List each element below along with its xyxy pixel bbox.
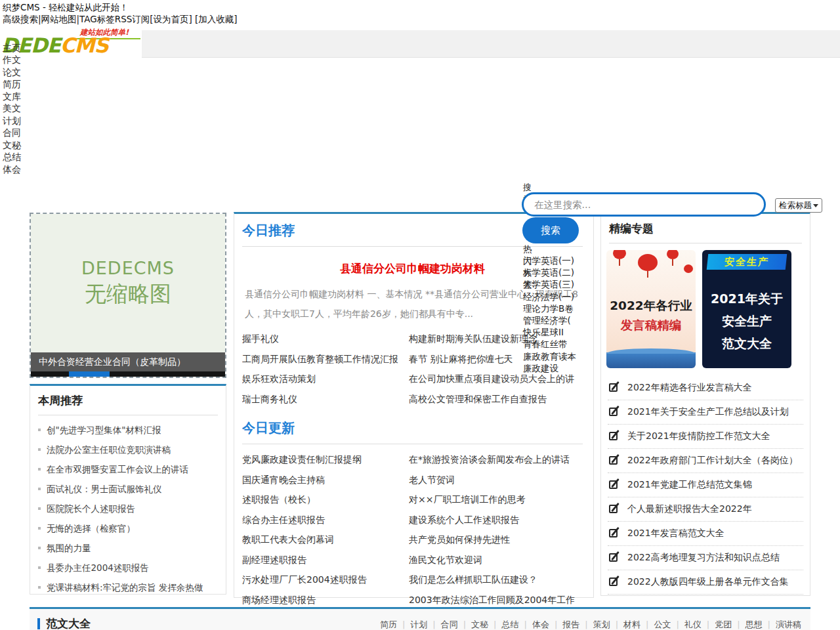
nav-item-home[interactable]: 主页 xyxy=(3,42,21,54)
list-item[interactable]: 在全市双拥暨安置工作会议上的讲话 xyxy=(38,459,218,479)
footer-link[interactable]: 党团 xyxy=(702,620,732,629)
footer-link[interactable]: 简历 xyxy=(380,620,397,629)
list-item[interactable]: 对××厂职工培训工作的思考 xyxy=(409,490,583,510)
search-input[interactable] xyxy=(522,192,766,217)
list-item[interactable]: 党课讲稿材料:牢记党的宗旨 发挥余热做 xyxy=(38,578,218,597)
hot-tag[interactable]: 大学英语(三) xyxy=(523,278,576,290)
list-item[interactable]: 工商局开展队伍教育整顿工作情况汇报 xyxy=(242,349,409,369)
list-item[interactable]: 县委办主任2004述职报告 xyxy=(38,558,218,578)
list-item[interactable]: 2021年党建工作总结范文集锦 xyxy=(608,473,803,497)
hot-tag[interactable]: 大学英语(二) xyxy=(523,266,576,278)
card-title-line: 2022年各行业 xyxy=(606,297,696,314)
site-logo[interactable]: 建站如此简单! DEDECMS xyxy=(0,28,142,59)
footer-link[interactable]: 演讲稿 xyxy=(763,620,801,629)
list-item[interactable]: 2022人教版四年级上册各单元作文合集 xyxy=(608,570,803,595)
list-item[interactable]: 党风廉政建设责任制汇报提纲 xyxy=(242,450,409,470)
list-item[interactable]: 医院院长个人述职报告 xyxy=(38,499,218,518)
nav-item-zuowen[interactable]: 作文 xyxy=(3,54,21,66)
topic-card-speeches[interactable]: 2022年各行业 发言稿精编 xyxy=(606,250,696,368)
list-item[interactable]: 我们是怎么样抓职工队伍建设？ xyxy=(409,570,583,590)
slider-caption[interactable]: 中外合资经营企业合同（皮革制品） xyxy=(31,352,225,371)
list-item[interactable]: 娱乐狂欢活动策划 xyxy=(242,369,409,389)
footer-link[interactable]: 计划 xyxy=(397,620,427,629)
list-item[interactable]: 渔民文化节欢迎词 xyxy=(409,550,583,570)
topic-link-label: 2021年党建工作总结范文集锦 xyxy=(627,479,752,491)
topic-link-label: 2022高考地理复习方法和知识点总结 xyxy=(627,552,780,564)
footer-link[interactable]: 文秘 xyxy=(458,620,488,629)
footer-link[interactable]: 合同 xyxy=(427,620,457,629)
list-item[interactable]: 面试礼仪：男士面试服饰礼仪 xyxy=(38,479,218,499)
list-item[interactable]: 2022年政府部门工作计划大全（各岗位） xyxy=(608,449,803,473)
list-item[interactable]: 氛围的力量 xyxy=(38,538,218,558)
list-item[interactable]: 创"先进学习型集体"材料汇报 xyxy=(38,420,218,440)
list-item[interactable]: 污水处理厂厂长2004述职报告 xyxy=(242,570,409,590)
footer-link[interactable]: 公文 xyxy=(640,620,671,629)
footer-link[interactable]: 思想 xyxy=(732,620,762,629)
hot-tag[interactable]: 经济法学(一) xyxy=(523,291,576,303)
nav-item-wenku[interactable]: 文库 xyxy=(3,91,21,102)
list-item[interactable]: 建设系统个人工作述职报告 xyxy=(409,510,583,530)
footer-link[interactable]: 材料 xyxy=(610,620,640,629)
wave-decoration xyxy=(606,352,696,368)
search-scope-value: 检索标题 xyxy=(779,200,812,211)
search-scope-select[interactable]: 检索标题 xyxy=(775,198,822,213)
hot-tag[interactable]: 大学英语(一) xyxy=(523,255,576,266)
search-button[interactable]: 搜索 xyxy=(522,217,579,243)
hot-tag[interactable]: 廉政教育读本 xyxy=(523,350,576,362)
featured-slider[interactable]: DEDECMS 无缩略图 中外合资经营企业合同（皮革制品） xyxy=(30,213,226,378)
list-item[interactable]: 副经理述职报告 xyxy=(242,550,409,570)
top-toolbar-links[interactable]: 高级搜索|网站地图|TAG标签RSS订阅[设为首页] [加入收藏] xyxy=(3,14,238,26)
list-item[interactable]: 高校公文管理和保密工作自查报告 xyxy=(409,389,583,410)
hot-tag[interactable]: 管理经济学( xyxy=(523,314,576,326)
lantern-icon xyxy=(667,250,679,259)
hot-tag[interactable]: 理论力学B卷 xyxy=(523,303,576,314)
card-badge: 安全生产 xyxy=(707,254,788,270)
list-item[interactable]: 2022年精选各行业发言稿大全 xyxy=(608,376,803,400)
list-item[interactable]: 老人节贺词 xyxy=(409,470,583,490)
card-title-line: 2021年关于 xyxy=(702,291,791,308)
list-item[interactable]: 无悔的选择（检察官） xyxy=(38,518,218,538)
nav-item-jihua[interactable]: 计划 xyxy=(3,115,21,127)
list-item[interactable]: 共产党员如何保持先进性 xyxy=(409,530,583,550)
topic-cards: 2022年各行业 发言稿精编 安全生产 2021年关于 安全生产 范文大全 xyxy=(606,250,805,368)
nav-item-tihui[interactable]: 体会 xyxy=(3,163,21,175)
list-item[interactable]: 综合办主任述职报告 xyxy=(242,510,409,530)
list-item[interactable]: 法院办公室主任职位竞职演讲稿 xyxy=(38,440,218,459)
list-item[interactable]: 2021年发言稿范文大全 xyxy=(608,522,803,546)
list-item[interactable]: 国庆通宵晚会主持稿 xyxy=(242,470,409,490)
list-item[interactable]: 2022高考地理复习方法和知识点总结 xyxy=(608,546,803,570)
topics-list: 2022年精选各行业发言稿大全 2021年关于安全生产工作总结以及计划 关于20… xyxy=(608,376,803,595)
footer-link[interactable]: 礼仪 xyxy=(671,620,701,629)
page: 织梦CMS - 轻松建站从此开始！ 高级搜索|网站地图|TAG标签RSS订阅[设… xyxy=(0,0,840,630)
footer-link[interactable]: 报告 xyxy=(549,620,579,629)
list-item[interactable]: 个人最新述职报告大全2022年 xyxy=(608,497,803,522)
fanwen-section: 范文大全 简历计划合同文秘总结体会报告策划材料公文礼仪党团思想演讲稿 xyxy=(30,607,810,630)
nav-item-meiwen[interactable]: 美文 xyxy=(3,102,21,114)
site-title: 织梦CMS - 轻松建站从此开始！ xyxy=(3,2,129,14)
nav-item-lunwen[interactable]: 论文 xyxy=(3,66,21,78)
weekly-recommend-list: 创"先进学习型集体"材料汇报 法院办公室主任职位竞职演讲稿 在全市双拥暨安置工作… xyxy=(38,420,218,597)
nav-item-zongjie[interactable]: 总结 xyxy=(3,151,21,163)
topics-title: 精编专题 xyxy=(609,221,802,236)
topic-link-label: 2022年精选各行业发言稿大全 xyxy=(627,382,752,394)
list-item[interactable]: 在*旅游投资洽谈会新闻发布会上的讲话 xyxy=(409,450,583,470)
hot-tag[interactable]: 廉政建设 xyxy=(523,362,576,374)
hot-tag[interactable]: 快乐星球II xyxy=(523,326,576,338)
footer-link[interactable]: 策划 xyxy=(579,620,610,629)
list-item[interactable]: 教职工代表大会闭幕词 xyxy=(242,530,409,550)
slider-pagination[interactable] xyxy=(31,371,225,377)
card-title-line: 安全生产 xyxy=(702,313,791,330)
list-item[interactable]: 瑞士商务礼仪 xyxy=(242,389,409,410)
list-item[interactable]: 关于2021年疫情防控工作范文大全 xyxy=(608,425,803,449)
list-item[interactable]: 述职报告（校长） xyxy=(242,490,409,510)
list-item[interactable]: 2021年关于安全生产工作总结以及计划 xyxy=(608,400,803,425)
topic-card-safety[interactable]: 安全生产 2021年关于 安全生产 范文大全 xyxy=(702,250,791,368)
nav-item-wenmi[interactable]: 文秘 xyxy=(3,139,21,151)
thumb-nothumb-text: 无缩略图 xyxy=(85,280,171,309)
nav-item-jianli[interactable]: 简历 xyxy=(3,78,21,90)
list-item[interactable]: 握手礼仪 xyxy=(242,329,409,349)
hot-tag[interactable]: 青春红丝带 xyxy=(523,338,576,350)
footer-link[interactable]: 总结 xyxy=(488,620,518,629)
footer-link[interactable]: 体会 xyxy=(518,620,549,629)
nav-item-hetong[interactable]: 合同 xyxy=(3,127,21,138)
